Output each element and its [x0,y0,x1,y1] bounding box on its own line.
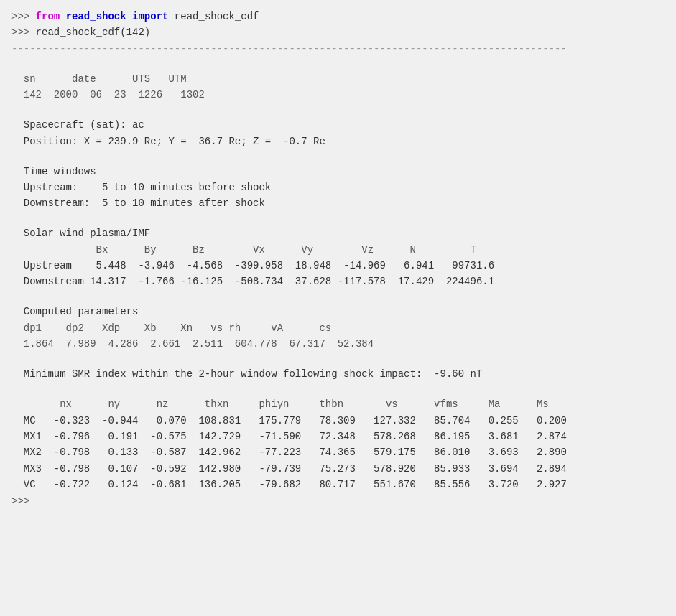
func-name: read_shock_cdf [168,11,259,22]
empty-2 [11,103,665,118]
computed-col-header: dp1 dp2 Xdp Xb Xn vs_rh vA cs [11,320,665,336]
keyword-from: from [36,11,60,22]
downstream-window: Downstream: 5 to 10 minutes after shock [11,195,665,211]
sn-row: 142 2000 06 23 1226 1302 [11,87,665,103]
module-name: read_shock [66,11,126,22]
prompt-1: >>> [11,11,36,22]
computed-row: 1.864 7.989 4.286 2.661 2.511 604.778 67… [11,336,665,352]
computed-header: Computed parameters [11,304,665,319]
matrix-row-mx1: MX1 -0.796 0.191 -0.575 142.729 -71.590 … [11,429,665,444]
prompt-2: >>> [11,27,36,38]
plasma-header: Solar wind plasma/IMF [11,225,665,241]
plasma-downstream-row: Downstream 14.317 -1.766 -16.125 -508.73… [11,274,665,289]
space [126,11,132,22]
matrix-row-mx3: MX3 -0.798 0.107 -0.592 142.980 -79.739 … [11,461,665,477]
empty-5 [11,290,665,304]
plasma-upstream-row: Upstream 5.448 -3.946 -4.568 -399.958 18… [11,258,665,274]
position-line: Position: X = 239.9 Re; Y = 36.7 Re; Z =… [11,134,665,149]
empty-4 [11,212,665,226]
empty-6 [11,353,665,367]
terminal: >>> from read_shock import read_shock_cd… [11,6,665,512]
sn-col: sn date UTS UTM [11,73,187,85]
spacecraft-line: Spacecraft (sat): ac [11,117,665,133]
time-windows-header: Time windows [11,164,665,179]
sn-header: sn date UTS UTM [11,71,665,87]
upstream-window: Upstream: 5 to 10 minutes before shock [11,179,665,195]
empty-1 [11,57,665,71]
empty-7 [11,383,665,397]
space [60,11,65,22]
call-text: read_shock_cdf(142) [36,27,151,38]
plasma-col-header: Bx By Bz Vx Vy Vz N T [11,242,665,258]
matrix-row-mc: MC -0.323 -0.944 0.070 108.831 175.779 7… [11,413,665,429]
matrix-row-mx2: MX2 -0.798 0.133 -0.587 142.962 -77.223 … [11,444,665,460]
matrix-col-header: nx ny nz thxn phiyn thbn vs vfms Ma Ms [11,396,665,412]
smr-line: Minimum SMR index within the 2-hour wind… [11,366,665,382]
line-import: >>> from read_shock import read_shock_cd… [11,9,665,24]
line-call: >>> read_shock_cdf(142) [11,24,665,40]
prompt-end: >>> [11,495,29,507]
empty-3 [11,149,665,164]
matrix-row-vc: VC -0.722 0.124 -0.681 136.205 -79.682 8… [11,477,665,493]
end-prompt[interactable]: >>> [11,493,665,509]
keyword-import: import [132,11,168,22]
separator: ----------------------------------------… [11,41,665,57]
